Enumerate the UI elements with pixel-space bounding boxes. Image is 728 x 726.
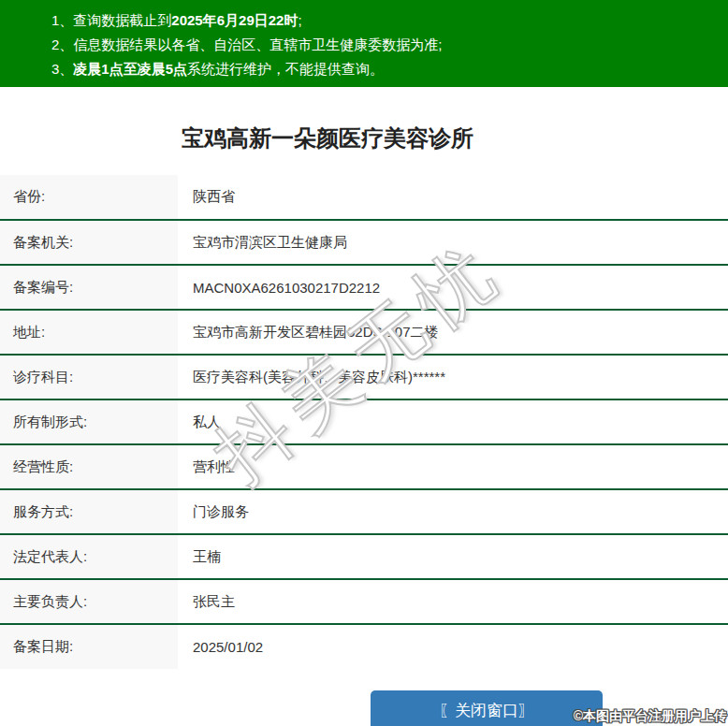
- notice-1-number: 1、: [51, 12, 73, 28]
- notice-3-number: 3、: [51, 61, 73, 77]
- row-value: 医疗美容科(美容外科、美容皮肤科)******: [178, 355, 728, 399]
- row-value: 王楠: [178, 534, 728, 579]
- row-value: 陕西省: [178, 175, 728, 220]
- close-window-button[interactable]: 〖关闭窗口〗: [371, 690, 603, 726]
- row-value: 宝鸡市渭滨区卫生健康局: [178, 220, 728, 265]
- notice-1-text: 查询数据截止到: [73, 12, 171, 28]
- row-label: 服务方式:: [0, 489, 178, 534]
- row-value: 营利性: [178, 444, 728, 489]
- table-row: 法定代表人:王楠: [0, 534, 728, 579]
- row-value: 门诊服务: [178, 489, 728, 534]
- notice-line-3: 3、凌晨1点至凌晨5点系统进行维护，不能提供查询。: [51, 57, 719, 81]
- table-row: 诊疗科目:医疗美容科(美容外科、美容皮肤科)******: [0, 355, 728, 399]
- row-value: 张民主: [178, 579, 728, 624]
- notice-2-text: 信息数据结果以各省、自治区、直辖市卫生健康委数据为准;: [73, 36, 442, 52]
- row-label: 经营性质:: [0, 444, 178, 489]
- table-row: 备案日期:2025/01/02: [0, 624, 728, 669]
- table-row: 主要负责人:张民主: [0, 579, 728, 624]
- notice-3-bold: 凌晨1点至凌晨5点: [73, 61, 187, 77]
- row-label: 所有制形式:: [0, 399, 178, 444]
- notice-1-suffix: ;: [298, 12, 301, 28]
- notice-1-bold: 2025年6月29日22时: [171, 12, 298, 28]
- notice-2-number: 2、: [51, 36, 73, 52]
- row-label: 法定代表人:: [0, 534, 178, 579]
- page-title: 宝鸡高新一朵颜医疗美容诊所: [0, 122, 655, 154]
- row-label: 备案机关:: [0, 220, 178, 265]
- row-value: MACN0XA6261030217D2212: [178, 265, 728, 310]
- notice-line-2: 2、信息数据结果以各省、自治区、直辖市卫生健康委数据为准;: [51, 33, 719, 57]
- upload-note: ©本图由平台注册用户上传: [574, 708, 727, 725]
- table-row: 经营性质:营利性: [0, 444, 728, 489]
- table-row: 所有制形式:私人: [0, 399, 728, 444]
- info-table: 省份:陕西省备案机关:宝鸡市渭滨区卫生健康局备案编号:MACN0XA626103…: [0, 175, 728, 669]
- row-label: 诊疗科目:: [0, 355, 178, 399]
- table-row: 服务方式:门诊服务: [0, 489, 728, 534]
- row-label: 备案编号:: [0, 265, 178, 310]
- notice-line-1: 1、查询数据截止到2025年6月29日22时;: [51, 8, 719, 33]
- table-row: 省份:陕西省: [0, 175, 728, 220]
- notice-3-text: 系统进行维护，不能提供查询。: [187, 61, 384, 77]
- row-label: 主要负责人:: [0, 579, 178, 624]
- notice-bar: 1、查询数据截止到2025年6月29日22时; 2、信息数据结果以各省、自治区、…: [0, 0, 728, 87]
- row-value: 宝鸡市高新开发区碧桂园62DS-107二楼: [178, 310, 728, 355]
- row-label: 地址:: [0, 310, 178, 355]
- table-row: 备案编号:MACN0XA6261030217D2212: [0, 265, 728, 310]
- row-value: 私人: [178, 399, 728, 444]
- table-row: 地址:宝鸡市高新开发区碧桂园62DS-107二楼: [0, 310, 728, 355]
- row-label: 省份:: [0, 175, 178, 220]
- table-row: 备案机关:宝鸡市渭滨区卫生健康局: [0, 220, 728, 265]
- row-label: 备案日期:: [0, 624, 178, 669]
- row-value: 2025/01/02: [178, 624, 728, 669]
